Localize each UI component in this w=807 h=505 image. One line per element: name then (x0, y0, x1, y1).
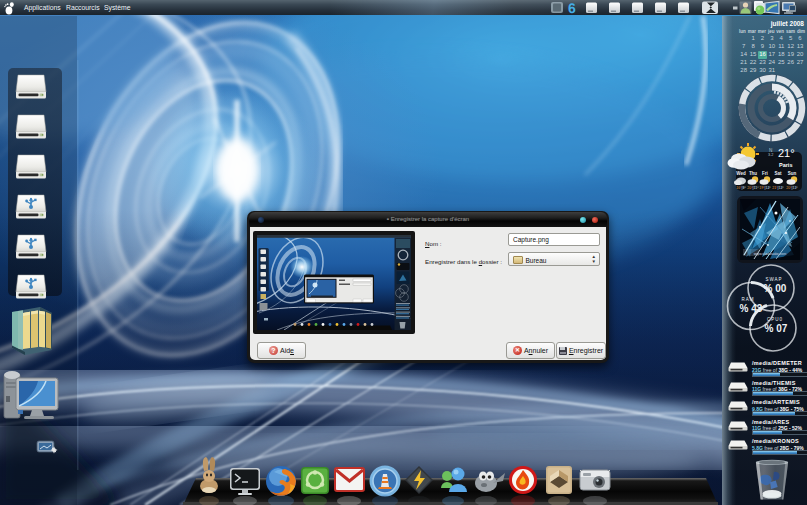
svg-text:6: 6 (568, 0, 576, 15)
